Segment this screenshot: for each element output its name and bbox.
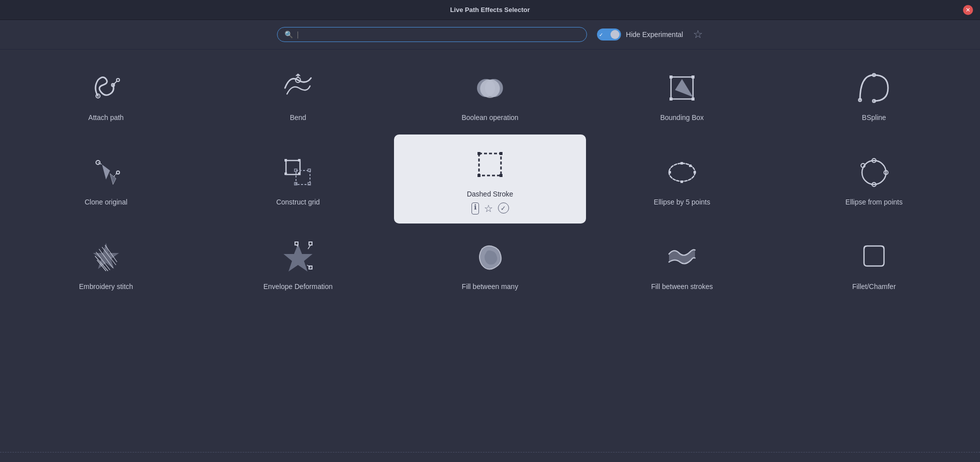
hide-experimental-label: Hide Experimental	[626, 30, 683, 38]
search-box: 🔍	[277, 27, 587, 42]
effect-item-ellipse-from-pts[interactable]: Ellipse from points	[778, 134, 970, 224]
envelope-deform-icon	[278, 237, 318, 277]
ellipse-5pts-label: Ellipse by 5 points	[654, 198, 710, 206]
envelope-deformation-label: Envelope Deformation	[264, 282, 333, 291]
svg-rect-25	[286, 160, 300, 174]
effect-item-clone-original[interactable]: Clone original	[10, 134, 202, 224]
svg-rect-41	[694, 171, 696, 174]
effects-grid: Attach path Bend Boolean operation	[0, 50, 980, 308]
svg-rect-37	[500, 152, 502, 155]
window-title: Live Path Effects Selector	[450, 6, 530, 14]
svg-rect-11	[670, 76, 672, 78]
effect-item-envelope-deformation[interactable]: Envelope Deformation	[202, 224, 394, 304]
attach-path-icon	[86, 68, 126, 108]
svg-rect-29	[298, 172, 300, 175]
svg-rect-42	[680, 162, 683, 164]
svg-marker-15	[675, 79, 693, 97]
effect-item-bounding-box[interactable]: Bounding Box	[586, 54, 778, 134]
svg-rect-35	[479, 154, 501, 176]
embroidery-stitch-icon	[86, 237, 126, 277]
effect-item-boolean-op[interactable]: Boolean operation	[394, 54, 586, 134]
svg-rect-60	[309, 242, 312, 245]
boolean-op-icon	[470, 68, 510, 108]
attach-path-label: Attach path	[88, 113, 124, 122]
svg-line-2	[113, 81, 117, 85]
construct-grid-label: Construct grid	[276, 198, 320, 206]
bounding-box-label: Bounding Box	[660, 113, 704, 122]
fillet-chamfer-icon	[854, 237, 894, 277]
effect-item-fillet-chamfer[interactable]: Fillet/Chamfer	[778, 224, 970, 304]
bend-icon	[278, 68, 318, 108]
embroidery-stitch-label: Embroidery stitch	[79, 282, 133, 291]
svg-rect-31	[294, 169, 297, 172]
fill-between-many-icon	[470, 237, 510, 277]
dashed-stroke-actions: ℹ ☆ ✓	[472, 202, 509, 214]
info-button[interactable]: ℹ	[472, 202, 479, 214]
svg-rect-44	[680, 180, 683, 183]
effect-item-attach-path[interactable]: Attach path	[10, 54, 202, 134]
svg-rect-14	[692, 98, 694, 100]
hide-experimental-toggle-area: Hide Experimental	[597, 28, 683, 40]
effect-item-dashed-stroke[interactable]: Dashed Stroke ℹ ☆ ✓	[394, 134, 586, 224]
svg-rect-12	[692, 76, 694, 78]
bounding-box-icon	[662, 68, 702, 108]
bspline-label: BSpline	[862, 113, 886, 122]
svg-rect-45	[689, 164, 692, 167]
dashed-stroke-icon	[470, 144, 510, 184]
check-action[interactable]: ✓	[498, 202, 509, 214]
svg-point-23	[116, 171, 120, 174]
fill-between-many-label: Fill between many	[462, 282, 518, 291]
fillet-chamfer-label: Fillet/Chamfer	[852, 282, 896, 291]
svg-marker-22	[110, 174, 116, 184]
title-bar: Live Path Effects Selector ✕	[0, 0, 980, 20]
effect-item-embroidery-stitch[interactable]: Embroidery stitch	[10, 224, 202, 304]
effect-item-ellipse-5pts[interactable]: Ellipse by 5 points	[586, 134, 778, 224]
svg-rect-13	[670, 98, 672, 100]
star-action[interactable]: ☆	[484, 202, 493, 214]
svg-rect-27	[298, 159, 300, 162]
svg-rect-36	[478, 152, 480, 155]
svg-line-63	[308, 245, 310, 249]
ellipse-5pts-icon	[662, 152, 702, 192]
effect-item-bend[interactable]: Bend	[202, 54, 394, 134]
svg-rect-39	[500, 174, 502, 177]
svg-rect-38	[478, 174, 480, 177]
hide-experimental-toggle[interactable]	[597, 28, 621, 40]
svg-rect-26	[284, 159, 287, 162]
svg-rect-32	[308, 169, 310, 172]
search-input[interactable]	[297, 30, 580, 38]
favorites-button[interactable]: ☆	[693, 28, 703, 41]
toolbar: 🔍 Hide Experimental ☆	[0, 20, 980, 50]
close-button[interactable]: ✕	[963, 5, 973, 15]
svg-point-3	[116, 78, 120, 82]
boolean-op-label: Boolean operation	[462, 113, 518, 122]
ellipse-from-pts-label: Ellipse from points	[846, 198, 902, 206]
search-icon: 🔍	[284, 30, 293, 38]
svg-point-46	[862, 160, 886, 184]
clone-original-icon	[86, 152, 126, 192]
svg-marker-19	[102, 164, 110, 180]
bottom-bar	[0, 452, 980, 462]
bspline-icon	[854, 68, 894, 108]
svg-line-24	[114, 174, 116, 176]
toggle-knob	[610, 30, 620, 39]
svg-rect-43	[668, 171, 671, 174]
svg-rect-34	[308, 182, 310, 185]
clone-original-label: Clone original	[84, 198, 128, 206]
construct-grid-icon	[278, 152, 318, 192]
svg-rect-28	[284, 172, 287, 175]
effect-item-fill-between-strokes[interactable]: Fill between strokes	[586, 224, 778, 304]
effect-item-fill-between-many[interactable]: Fill between many	[394, 224, 586, 304]
effect-item-bspline[interactable]: BSpline	[778, 54, 970, 134]
fill-between-strokes-label: Fill between strokes	[651, 282, 713, 291]
bend-label: Bend	[290, 113, 306, 122]
ellipse-from-pts-icon	[854, 152, 894, 192]
fill-between-strokes-icon	[662, 237, 702, 277]
effect-item-construct-grid[interactable]: Construct grid	[202, 134, 394, 224]
dashed-stroke-label: Dashed Stroke	[467, 190, 514, 198]
svg-rect-59	[295, 242, 298, 245]
